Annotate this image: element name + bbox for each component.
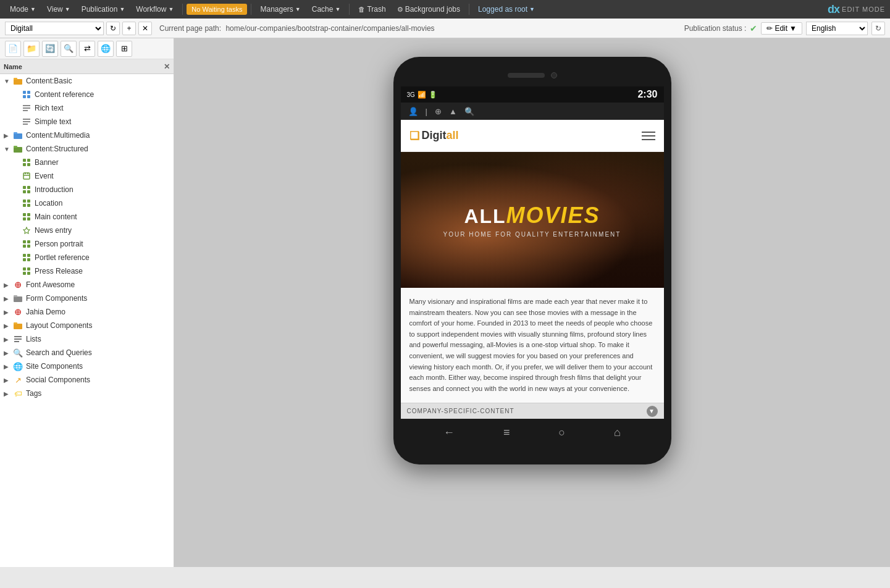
cs-expand: ▼	[4, 146, 12, 153]
menu-cache[interactable]: Cache ▼	[307, 2, 346, 16]
lang-refresh-btn[interactable]: ↻	[871, 22, 885, 35]
sidebar-item-portlet-reference[interactable]: Portlet reference	[0, 251, 174, 264]
hero-title-part2: MOVIES	[506, 203, 600, 228]
phone-search-btn[interactable]: ○	[558, 426, 565, 439]
logo-symbol: ❏	[409, 129, 419, 143]
site-add-btn[interactable]: +	[122, 22, 136, 35]
layout-components-label: Layout Components	[26, 321, 92, 330]
phone-camera	[551, 72, 557, 78]
location-label: Location	[35, 199, 62, 208]
menu-mode[interactable]: Mode ▼	[5, 2, 41, 16]
tags-label: Tags	[26, 389, 41, 398]
pub-status-icon: ✔	[750, 23, 757, 33]
sidebar-item-tags[interactable]: ▶ 🏷 Tags	[0, 387, 174, 400]
svg-rect-16	[23, 159, 26, 162]
menu-workflow[interactable]: Workflow ▼	[131, 2, 178, 16]
phone-back-btn[interactable]: ←	[443, 426, 455, 439]
sidebar-item-simple-text[interactable]: Simple text	[0, 115, 174, 128]
sidebar-item-layout-components[interactable]: ▶ Layout Components	[0, 319, 174, 332]
folder-basic-icon	[12, 76, 23, 86]
news-entry-icon	[21, 225, 32, 235]
sidebar-item-social-components[interactable]: ▶ ↗ Social Components	[0, 373, 174, 387]
company-bar-label: COMPANY-SPECIFIC-CONTENT	[407, 408, 514, 414]
sq-expand: ▶	[4, 350, 12, 356]
loggedas-arrow: ▼	[529, 6, 535, 12]
logged-as-label: Logged as root	[478, 5, 527, 14]
sidebar-item-content-reference[interactable]: Content reference	[0, 88, 174, 101]
tb-zoom-btn[interactable]: 🔍	[61, 41, 77, 57]
svg-rect-47	[23, 272, 26, 275]
secondary-bar: Digitall ↻ + ✕ Current page path: home/o…	[0, 19, 890, 38]
phone-volume-btn[interactable]: ⌂	[614, 426, 621, 439]
sidebar-item-font-awesome[interactable]: ▶ ⊕ Font Awesome	[0, 278, 174, 292]
site-select[interactable]: Digitall	[5, 22, 104, 35]
menu-trash[interactable]: 🗑 Trash	[353, 2, 390, 16]
sidebar-item-content-basic[interactable]: ▼ Content:Basic	[0, 74, 174, 88]
svg-rect-22	[27, 172, 28, 174]
tb-refresh-btn[interactable]: 🔄	[42, 41, 58, 57]
hero-subtitle: YOUR HOME FOR QUALITY ENTERTAINMENT	[443, 231, 621, 238]
sidebar-item-rich-text[interactable]: Rich text	[0, 101, 174, 115]
tb-grid-btn[interactable]: ⊞	[116, 41, 132, 57]
nav-separator: |	[426, 107, 427, 116]
menu-workflow-label: Workflow	[136, 5, 166, 14]
menu-view[interactable]: View ▼	[42, 2, 75, 16]
tb-globe-btn[interactable]: 🌐	[98, 41, 114, 57]
svg-rect-31	[27, 204, 30, 207]
site-components-icon: 🌐	[12, 361, 23, 371]
ham-line3	[642, 139, 655, 140]
sidebar-item-content-structured[interactable]: ▼ Content:Structured	[0, 142, 174, 156]
dx-icon: dx	[828, 3, 839, 16]
phone-home-btn[interactable]: ≡	[503, 426, 510, 439]
menu-publication[interactable]: Publication ▼	[77, 2, 130, 16]
hamburger-menu[interactable]	[642, 132, 655, 140]
sidebar-item-form-components[interactable]: ▶ Form Components	[0, 292, 174, 305]
sidebar-item-press-release[interactable]: Press Release	[0, 264, 174, 278]
sidebar-item-search-queries[interactable]: ▶ 🔍 Search and Queries	[0, 346, 174, 359]
sidebar-item-site-components[interactable]: ▶ 🌐 Site Components	[0, 359, 174, 373]
site-refresh-btn[interactable]: ↻	[106, 22, 120, 35]
portlet-reference-icon	[21, 253, 32, 262]
page-path-bar: Current page path: home/our-companies/bo…	[154, 24, 682, 33]
sidebar-item-person-portrait[interactable]: Person portrait	[0, 237, 174, 251]
svg-rect-24	[23, 186, 26, 189]
menu-managers[interactable]: Managers ▼	[255, 2, 305, 16]
sidebar-item-lists[interactable]: ▶ Lists	[0, 332, 174, 346]
site-components-label: Site Components	[26, 362, 83, 371]
sidebar-item-location[interactable]: Location	[0, 196, 174, 210]
svg-rect-7	[23, 107, 30, 109]
svg-rect-3	[27, 91, 30, 94]
no-waiting-badge[interactable]: No Waiting tasks	[187, 4, 247, 15]
sidebar-item-introduction[interactable]: Introduction	[0, 183, 174, 196]
tb-layout-btn[interactable]: ⇄	[79, 41, 95, 57]
pub-arrow: ▼	[119, 6, 125, 12]
svg-rect-1	[14, 78, 17, 80]
sidebar-item-event[interactable]: Event	[0, 169, 174, 183]
form-components-icon	[12, 293, 23, 303]
page-path: home/our-companies/bootstrap-container/c…	[225, 24, 434, 33]
company-bar-expand-btn[interactable]: ▼	[647, 406, 658, 417]
sidebar-close-btn[interactable]: ✕	[164, 62, 170, 71]
main-content-icon	[21, 212, 32, 222]
tb-add-btn[interactable]: 📄	[5, 41, 21, 57]
language-select[interactable]: English	[806, 22, 868, 35]
menu-bgjobs[interactable]: ⚙ Background jobs	[392, 2, 465, 16]
svg-rect-33	[27, 213, 30, 216]
menu-pub-label: Publication	[82, 5, 118, 14]
svg-rect-9	[23, 119, 30, 120]
sidebar-item-banner[interactable]: Banner	[0, 156, 174, 169]
svg-rect-26	[23, 190, 26, 193]
search-queries-label: Search and Queries	[26, 348, 92, 357]
site-settings-btn[interactable]: ✕	[138, 22, 152, 35]
sidebar-item-main-content[interactable]: Main content	[0, 210, 174, 224]
svg-rect-11	[23, 124, 28, 125]
tb-folder-btn[interactable]: 📁	[23, 41, 40, 57]
svg-rect-32	[23, 213, 26, 216]
svg-rect-40	[27, 245, 30, 248]
sidebar-item-content-multimedia[interactable]: ▶ Content:Multimedia	[0, 128, 174, 142]
sidebar-item-jahia-demo[interactable]: ▶ ⊕ Jahia Demo	[0, 305, 174, 319]
sidebar-item-news-entry[interactable]: News entry	[0, 224, 174, 237]
logged-as-menu[interactable]: Logged as root ▼	[473, 2, 540, 16]
svg-rect-21	[25, 172, 26, 174]
edit-button[interactable]: ✏ Edit ▼	[761, 22, 802, 35]
